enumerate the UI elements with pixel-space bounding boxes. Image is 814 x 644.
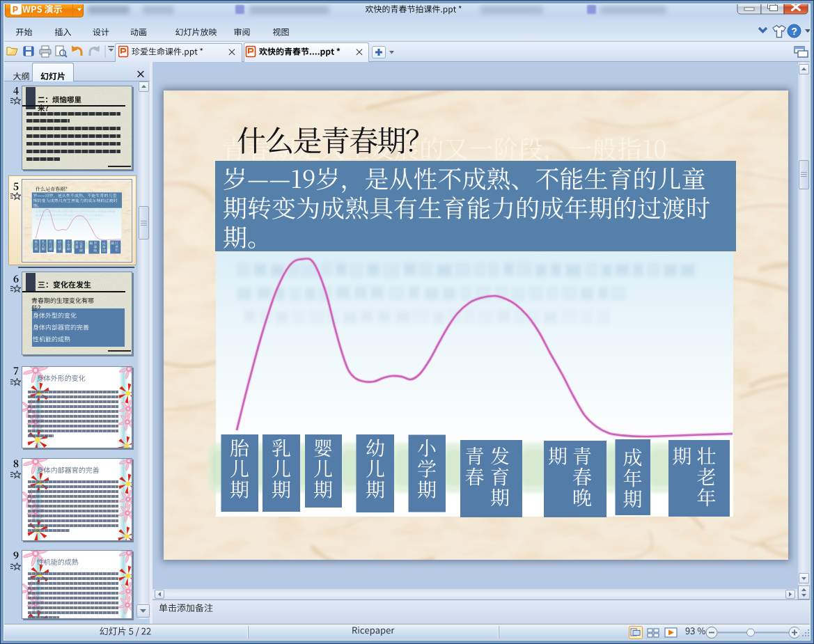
svg-text:?: ? xyxy=(791,26,797,37)
